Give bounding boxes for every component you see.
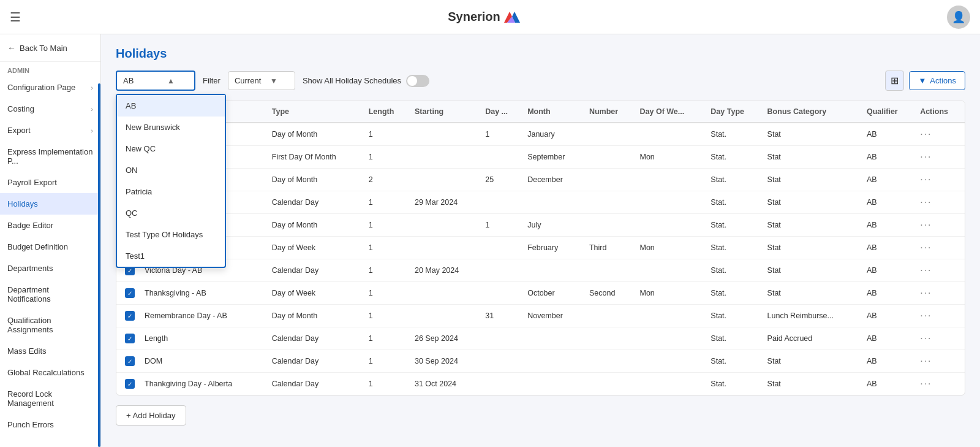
dropdown-option-on[interactable]: ON: [117, 159, 225, 181]
cell-9-8: Stat.: [706, 327, 762, 350]
toolbar-right: ⊞ ▼ Actions: [885, 71, 965, 91]
cell-0-9: Stat: [763, 123, 862, 146]
dropdown-option-new-qc[interactable]: New QC: [117, 138, 225, 159]
sidebar-item-departments[interactable]: Departments: [0, 258, 100, 279]
sidebar-item-express-implementation[interactable]: Express Implementation P...: [0, 141, 100, 172]
cell-9-2: 1: [364, 327, 410, 350]
sidebar-item-holidays[interactable]: Holidays: [0, 193, 100, 215]
cell-1-9: Stat: [763, 146, 862, 169]
schedule-select-box[interactable]: AB ▲: [116, 71, 195, 91]
sidebar-item-department-notifications[interactable]: Department Notifications: [0, 279, 100, 310]
table-header-row: NameTypeLengthStartingDay ...MonthNumber…: [116, 101, 965, 123]
row-actions-3[interactable]: ···: [915, 191, 965, 214]
row-checkbox-11[interactable]: ✓: [116, 373, 140, 395]
schedule-dropdown[interactable]: AB ▲ ABNew BrunswickNew QCONPatriciaQCTe…: [116, 71, 195, 91]
cell-5-1: Day of Week: [267, 237, 364, 259]
cell-10-4: [480, 350, 522, 373]
actions-button[interactable]: ▼ Actions: [909, 71, 965, 90]
schedule-dropdown-menu: ABNew BrunswickNew QCONPatriciaQCTest Ty…: [116, 94, 226, 268]
row-actions-4[interactable]: ···: [915, 214, 965, 237]
cell-4-1: Day of Month: [267, 214, 364, 237]
cell-1-4: [480, 146, 522, 169]
sidebar-item-configuration-page[interactable]: Configuration Page›: [0, 77, 100, 98]
row-actions-11[interactable]: ···: [915, 373, 965, 395]
sidebar-item-export[interactable]: Export›: [0, 120, 100, 141]
cell-2-1: Day of Month: [267, 169, 364, 191]
dropdown-option-ab[interactable]: AB: [117, 95, 225, 117]
row-actions-9[interactable]: ···: [915, 327, 965, 350]
cell-1-1: First Day Of Month: [267, 146, 364, 169]
dropdown-option-patricia[interactable]: Patricia: [117, 181, 225, 202]
cell-9-9: Paid Accrued: [763, 327, 862, 350]
sidebar-item-payroll-export[interactable]: Payroll Export: [0, 172, 100, 193]
sidebar-item-global-recalculations[interactable]: Global Recalculations: [0, 362, 100, 383]
cell-7-3: [410, 282, 480, 305]
toggle-label-text: Show All Holiday Schedules: [303, 76, 401, 85]
cell-1-10: AB: [862, 146, 915, 169]
row-actions-6[interactable]: ···: [915, 259, 965, 282]
sidebar-item-label: Costing: [7, 104, 34, 113]
table-row: ✓Canada Day - ABDay of Month11JulyStat.S…: [116, 214, 965, 237]
sidebar-chevron-icon: ›: [91, 127, 93, 134]
row-actions-10[interactable]: ···: [915, 350, 965, 373]
cell-4-5: July: [522, 214, 584, 237]
cell-6-2: 1: [364, 259, 410, 282]
sidebar-item-costing[interactable]: Costing›: [0, 98, 100, 120]
filter-select[interactable]: Current ▼: [228, 71, 295, 90]
cell-1-5: September: [522, 146, 584, 169]
export-icon-button[interactable]: ⊞: [885, 71, 904, 91]
row-checkbox-10[interactable]: ✓: [116, 350, 140, 373]
sidebar-item-label: Department Notifications: [7, 285, 93, 304]
actions-label: Actions: [930, 76, 956, 85]
filter-value: Current: [235, 76, 261, 85]
sidebar-item-record-lock-management[interactable]: Record Lock Management: [0, 383, 100, 414]
sidebar-item-mass-edits[interactable]: Mass Edits: [0, 340, 100, 362]
row-actions-2[interactable]: ···: [915, 169, 965, 191]
sidebar-item-label: Configuration Page: [7, 83, 75, 92]
cell-0-1: Day of Month: [267, 123, 364, 146]
cell-0-7: [635, 123, 706, 146]
show-all-toggle[interactable]: [406, 75, 429, 87]
sidebar-item-badge-editor[interactable]: Badge Editor: [0, 215, 100, 236]
table-row: ✓DOMCalendar Day130 Sep 2024Stat.StatAB·…: [116, 350, 965, 373]
dropdown-option-new-brunswick[interactable]: New Brunswick: [117, 117, 225, 138]
sidebar-item-budget-definition[interactable]: Budget Definition: [0, 236, 100, 258]
sidebar-section-label: ADMIN: [0, 62, 100, 77]
dropdown-option-test1[interactable]: Test1: [117, 245, 225, 267]
cell-4-10: AB: [862, 214, 915, 237]
sidebar-item-punch-errors[interactable]: Punch Errors: [0, 414, 100, 435]
table-row: ✓New Year's Day - ABDay of Month11Januar…: [116, 123, 965, 146]
cell-4-9: Stat: [763, 214, 862, 237]
cell-5-8: Stat.: [706, 237, 762, 259]
cell-2-2: 2: [364, 169, 410, 191]
add-holiday-button[interactable]: + Add Holiday: [116, 405, 186, 426]
row-actions-0[interactable]: ···: [915, 123, 965, 146]
row-actions-1[interactable]: ···: [915, 146, 965, 169]
row-checkbox-8[interactable]: ✓: [116, 305, 140, 327]
avatar[interactable]: 👤: [947, 6, 970, 29]
cell-7-0: Thanksgiving - AB: [140, 282, 267, 305]
table-body: ✓New Year's Day - ABDay of Month11Januar…: [116, 123, 965, 395]
sidebar-item-qualification-assignments[interactable]: Qualification Assignments: [0, 310, 100, 340]
cell-5-6: Third: [584, 237, 635, 259]
cell-6-8: Stat.: [706, 259, 762, 282]
cell-7-10: AB: [862, 282, 915, 305]
cell-2-10: AB: [862, 169, 915, 191]
cell-9-7: [635, 327, 706, 350]
row-actions-7[interactable]: ···: [915, 282, 965, 305]
cell-11-2: 1: [364, 373, 410, 395]
row-actions-5[interactable]: ···: [915, 237, 965, 259]
sidebar-item-label: Export: [7, 126, 31, 135]
row-actions-8[interactable]: ···: [915, 305, 965, 327]
row-checkbox-9[interactable]: ✓: [116, 327, 140, 350]
dropdown-option-qc[interactable]: QC: [117, 202, 225, 224]
sidebar-items-container: Configuration Page›Costing›Export›Expres…: [0, 77, 100, 435]
dropdown-option-test-type-of-holidays[interactable]: Test Type Of Holidays: [117, 224, 225, 245]
checkbox-checked-icon: ✓: [125, 334, 135, 343]
cell-7-4: [480, 282, 522, 305]
cell-0-6: [584, 123, 635, 146]
hamburger-icon[interactable]: ☰: [10, 10, 21, 25]
cell-4-2: 1: [364, 214, 410, 237]
back-to-main-button[interactable]: ← Back To Main: [0, 34, 100, 62]
row-checkbox-7[interactable]: ✓: [116, 282, 140, 305]
